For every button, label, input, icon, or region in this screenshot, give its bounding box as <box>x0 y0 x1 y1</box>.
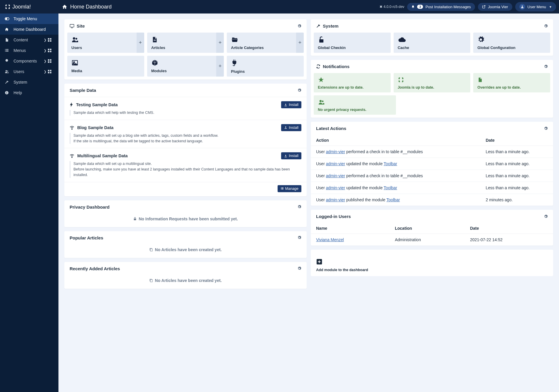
svg-rect-6 <box>50 40 51 42</box>
module-link[interactable]: Toolbar <box>384 161 397 166</box>
sample-title: Multilingual Sample Data <box>77 153 128 158</box>
toggle-menu[interactable]: Toggle Menu <box>0 13 58 24</box>
notification-item[interactable]: No urgent privacy requests. <box>314 95 396 115</box>
quick-modules[interactable]: Modules+ <box>147 56 224 77</box>
gear-icon[interactable] <box>297 88 301 92</box>
actions-card: Latest Actions Action Date User admin-vi… <box>311 122 553 206</box>
grid-icon[interactable] <box>48 49 54 52</box>
sample-title: Blog Sample Data <box>77 125 113 130</box>
svg-rect-47 <box>134 219 136 220</box>
manage-button[interactable]: Manage <box>278 185 301 192</box>
gear-icon[interactable] <box>544 214 548 219</box>
sidebar-item-home[interactable]: Home Dashboard <box>0 24 58 35</box>
quick-article-categories[interactable]: Article Categories+ <box>227 33 304 53</box>
privacy-header: Privacy Dashboard <box>64 200 307 214</box>
notification-item[interactable]: Joomla is up to date. <box>394 73 471 92</box>
plus-button[interactable]: + <box>137 33 144 53</box>
home-icon <box>5 27 11 31</box>
sample-desc: Sample data which will set up a multilin… <box>70 161 301 178</box>
sidebar-item-components[interactable]: Components ❯ <box>0 56 58 66</box>
brand-logo[interactable]: Joomla! <box>0 4 58 10</box>
action-cell: User admin-vier performed a check in to … <box>311 170 481 182</box>
sample-data-item: Blog Sample DataInstallSample data which… <box>64 120 307 148</box>
quick-users[interactable]: Users+ <box>67 33 144 53</box>
gear-icon[interactable] <box>544 24 548 28</box>
grid-icon[interactable] <box>48 70 54 73</box>
grid-icon[interactable] <box>48 38 54 42</box>
install-button[interactable]: Install <box>281 124 301 131</box>
users-icon <box>5 70 11 74</box>
sidebar-item-system[interactable]: System <box>0 77 58 87</box>
col-loc: Location <box>390 223 465 234</box>
image-icon <box>71 59 140 66</box>
gear-icon[interactable] <box>297 236 301 240</box>
gear-icon[interactable] <box>544 126 548 131</box>
notification-item[interactable]: Overrides are up to date. <box>473 73 550 92</box>
quick-media[interactable]: Media <box>67 56 144 77</box>
quick-global-checkin[interactable]: Global Checkin <box>314 33 391 53</box>
module-link[interactable]: Toolbar <box>384 185 397 190</box>
users-icon <box>71 36 140 43</box>
quick-articles[interactable]: Articles+ <box>147 33 224 53</box>
svg-rect-26 <box>50 72 51 73</box>
chevron-right-icon[interactable]: ❯ <box>42 59 48 63</box>
svg-rect-44 <box>281 188 283 189</box>
chevron-right-icon[interactable]: ❯ <box>42 49 48 53</box>
install-button[interactable]: Install <box>281 101 301 108</box>
user-link[interactable]: admin-vier <box>326 149 345 154</box>
quick-label: Plugins <box>231 69 300 74</box>
svg-rect-15 <box>48 51 49 52</box>
sidebar-item-content[interactable]: Content ❯ <box>0 35 58 45</box>
svg-point-21 <box>6 70 7 72</box>
chevron-right-icon[interactable]: ❯ <box>42 38 48 42</box>
action-cell: User admin-vier performed a check in to … <box>311 146 481 158</box>
bell-icon <box>411 5 415 9</box>
plus-button[interactable]: + <box>216 56 224 77</box>
notification-item[interactable]: Extensions are up to date. <box>314 73 391 92</box>
quick-label: Cache <box>398 45 466 50</box>
quick-cache[interactable]: Cache <box>394 33 471 53</box>
user-link[interactable]: admin-vier <box>326 185 345 190</box>
svg-rect-48 <box>150 249 152 251</box>
svg-rect-43 <box>281 188 281 189</box>
user-link[interactable]: admin-vier <box>326 161 345 166</box>
module-link[interactable]: Toolbar <box>386 197 400 202</box>
user-menu-button[interactable]: User Menu ▼ <box>515 2 556 11</box>
header-right: ✖ 4.0.0-rc5-dev 3 Post Installation Mess… <box>380 2 556 11</box>
version-label: ✖ 4.0.0-rc5-dev <box>380 5 404 9</box>
plus-button[interactable]: + <box>296 33 304 53</box>
quick-global-configuration[interactable]: Global Configuration <box>473 33 550 53</box>
svg-rect-7 <box>5 49 6 50</box>
gear-icon[interactable] <box>297 24 301 28</box>
quick-plugins[interactable]: Plugins <box>227 56 304 77</box>
sidebar-item-menus[interactable]: Menus ❯ <box>0 45 58 56</box>
actions-table: Action Date User admin-vier performed a … <box>311 135 553 206</box>
sample-data-card: Sample Data Testing Sample DataInstallSa… <box>64 84 307 196</box>
user-link[interactable]: admin-vier <box>326 173 345 178</box>
user-link[interactable]: Viviana Menzel <box>316 237 344 242</box>
gear-icon[interactable] <box>297 205 301 209</box>
user-link[interactable]: admin-vier <box>326 197 345 202</box>
external-link-icon <box>482 5 486 9</box>
sidebar-item-users[interactable]: Users ❯ <box>0 66 58 77</box>
date-cell: 2021-07-22 14:52 <box>465 234 553 246</box>
svg-rect-4 <box>50 38 51 40</box>
add-module-button[interactable]: Add module to the dashboard <box>311 250 553 276</box>
chevron-right-icon[interactable]: ❯ <box>42 70 48 74</box>
date-cell: 2 minutes ago. <box>481 194 553 206</box>
notifications-title: Notifications <box>323 64 350 69</box>
action-row: User admin-vier updated the module Toolb… <box>311 182 553 194</box>
plus-button[interactable]: + <box>216 33 224 53</box>
gear-icon[interactable] <box>297 266 301 271</box>
grid-icon[interactable] <box>48 59 54 63</box>
site-link-button[interactable]: Joomla Vier <box>478 3 512 11</box>
wifi-icon <box>70 154 74 158</box>
site-card-header: Site <box>64 19 307 33</box>
post-install-button[interactable]: 3 Post Installation Messages <box>407 3 475 11</box>
quick-label: Global Configuration <box>477 45 546 50</box>
sidebar-item-help[interactable]: Help <box>0 87 58 98</box>
name-cell: Viviana Menzel <box>311 234 390 246</box>
sidebar: Toggle Menu Home Dashboard Content ❯ Men… <box>0 13 58 392</box>
gear-icon[interactable] <box>544 65 548 69</box>
install-button[interactable]: Install <box>281 152 301 159</box>
